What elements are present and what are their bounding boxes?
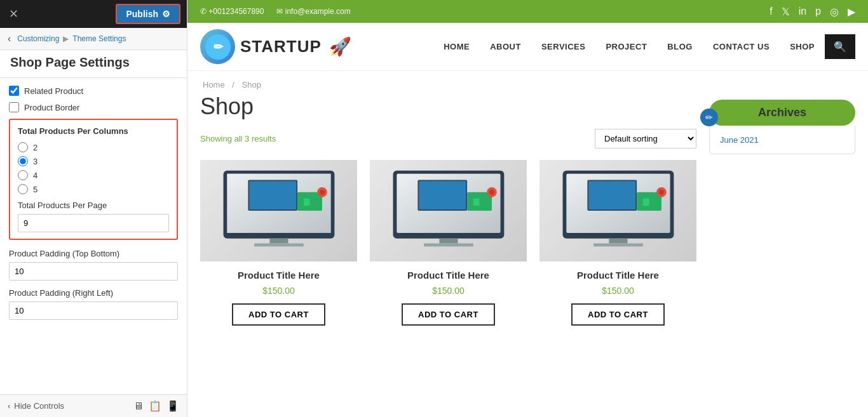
add-to-cart-button-1[interactable]: Add to cart (232, 303, 325, 326)
device-icons-group: 🖥 📋 📱 (133, 400, 179, 412)
padding-top-bottom-label: Product Padding (Top Bottom) (9, 249, 178, 258)
columns-4-radio[interactable] (18, 170, 28, 180)
per-page-label: Total Products Per Page (18, 201, 169, 210)
columns-5-radio[interactable] (18, 184, 28, 194)
add-to-cart-button-3[interactable]: Add to cart (571, 303, 665, 326)
products-grid: Product Title Here $150.00 Add to cart (200, 160, 696, 326)
pencil-icon: ✏ (705, 112, 713, 122)
related-product-label: Related Product (24, 86, 83, 96)
nav-services[interactable]: SERVICES (531, 36, 596, 58)
panel-content: Related Product Product Border Total Pro… (0, 78, 187, 394)
svg-rect-28 (593, 243, 643, 246)
facebook-icon[interactable]: f (770, 6, 772, 17)
product-title-2: Product Title Here (407, 269, 489, 282)
product-price-1: $150.00 (262, 286, 295, 296)
topbar-email: ✉ info@example.com (276, 7, 350, 16)
panel-nav: ‹ Customizing ▶ Theme Settings (0, 28, 187, 50)
svg-rect-30 (642, 199, 649, 206)
product-price-3: $150.00 (602, 286, 634, 296)
per-page-input[interactable] (18, 214, 169, 232)
instagram-icon[interactable]: ◎ (830, 6, 839, 18)
nav-about[interactable]: ABOUT (480, 36, 531, 58)
nav-home[interactable]: HOME (433, 36, 480, 58)
twitter-icon[interactable]: 𝕏 (782, 6, 790, 18)
svg-rect-8 (254, 243, 304, 246)
top-bar: ✕ Publish ⚙ (0, 0, 187, 28)
product-border-checkbox[interactable] (9, 102, 19, 112)
columns-3-label: 3 (33, 157, 37, 166)
svg-rect-16 (419, 181, 466, 209)
columns-2-label: 2 (33, 143, 37, 152)
desktop-icon[interactable]: 🖥 (133, 400, 144, 412)
columns-4-label: 4 (33, 171, 37, 180)
archives-title: Archives (709, 100, 855, 126)
product-card-1: Product Title Here $150.00 Add to cart (200, 160, 357, 326)
panel-footer: ‹ Hide Controls 🖥 📋 📱 (0, 394, 187, 417)
product-card-3: Product Title Here $150.00 Add to cart (539, 160, 696, 326)
nav-project[interactable]: PROJECT (595, 36, 657, 58)
related-product-checkbox[interactable] (9, 86, 19, 96)
columns-3-row: 3 (18, 156, 169, 166)
site-nav: HOME ABOUT SERVICES PROJECT BLOG CONTACT… (433, 34, 855, 59)
tablet-icon[interactable]: 📋 (149, 400, 161, 412)
svg-rect-7 (269, 239, 288, 244)
svg-rect-27 (609, 239, 627, 244)
product-image-2 (370, 160, 527, 261)
columns-4-row: 4 (18, 170, 169, 180)
close-button[interactable]: ✕ (6, 4, 21, 23)
product-image-3 (539, 160, 696, 261)
gear-icon: ⚙ (162, 9, 170, 19)
product-border-label: Product Border (24, 103, 79, 112)
columns-3-radio[interactable] (18, 156, 28, 166)
topbar-left: ✆ +001234567890 ✉ info@example.com (200, 7, 351, 16)
panel-title: Shop Page Settings (0, 50, 187, 78)
site-topbar: ✆ +001234567890 ✉ info@example.com f 𝕏 i… (187, 0, 868, 23)
hide-controls-button[interactable]: ‹ Hide Controls (8, 401, 64, 411)
columns-5-row: 5 (18, 184, 169, 194)
preview-area: ✆ +001234567890 ✉ info@example.com f 𝕏 i… (187, 0, 868, 417)
padding-top-bottom-input[interactable] (9, 262, 178, 281)
shop-content: Shop Showing all 3 results Default sorti… (200, 93, 696, 326)
back-arrow-icon[interactable]: ‹ (8, 33, 11, 44)
product-title-1: Product Title Here (238, 269, 320, 282)
breadcrumb-customizing[interactable]: Customizing (17, 34, 59, 43)
columns-2-row: 2 (18, 142, 169, 152)
padding-right-left-input[interactable] (9, 301, 178, 320)
rocket-icon: 🚀 (329, 36, 351, 57)
topbar-phone: ✆ +001234567890 (200, 7, 264, 16)
svg-point-12 (320, 190, 325, 195)
add-to-cart-button-2[interactable]: Add to cart (402, 303, 495, 326)
breadcrumb-sep: / (232, 80, 234, 89)
product-image-1 (200, 160, 357, 261)
shop-main: Shop Showing all 3 results Default sorti… (187, 93, 868, 338)
columns-2-radio[interactable] (18, 142, 28, 152)
hide-controls-label: Hide Controls (14, 401, 64, 411)
nav-blog[interactable]: BLOG (657, 36, 703, 58)
publish-label: Publish (126, 9, 158, 19)
breadcrumb-home-link[interactable]: Home (203, 80, 225, 89)
pinterest-icon[interactable]: p (815, 6, 821, 17)
customizer-panel: ✕ Publish ⚙ ‹ Customizing ▶ Theme Settin… (0, 0, 187, 417)
product-card-2: Product Title Here $150.00 Add to cart (370, 160, 527, 326)
svg-point-32 (659, 190, 664, 195)
svg-rect-18 (424, 243, 473, 246)
logo-area: ✏ STARTUP 🚀 (200, 29, 351, 64)
columns-5-label: 5 (33, 185, 37, 194)
linkedin-icon[interactable]: in (799, 6, 806, 17)
publish-button[interactable]: Publish ⚙ (116, 4, 180, 24)
archives-june-2021[interactable]: June 2021 (720, 135, 759, 145)
breadcrumb-theme-settings[interactable]: Theme Settings (72, 34, 126, 43)
svg-rect-20 (473, 199, 479, 206)
columns-settings-group: Total Products Per Columns 2 3 4 5 Total… (9, 119, 178, 240)
nav-shop[interactable]: SHOP (780, 36, 825, 58)
archives-widget: ✏ Archives June 2021 (709, 100, 855, 154)
mobile-icon[interactable]: 📱 (166, 400, 179, 412)
youtube-icon[interactable]: ▶ (848, 6, 855, 18)
page-breadcrumb: Home / Shop (187, 71, 868, 93)
search-icon[interactable]: 🔍 (825, 34, 855, 59)
svg-rect-26 (588, 181, 635, 209)
related-product-row: Related Product (9, 86, 178, 96)
sorting-select[interactable]: Default sorting Sort by popularity Sort … (595, 129, 696, 149)
columns-group-label: Total Products Per Columns (18, 126, 169, 136)
nav-contact[interactable]: CONTACT US (703, 36, 780, 58)
